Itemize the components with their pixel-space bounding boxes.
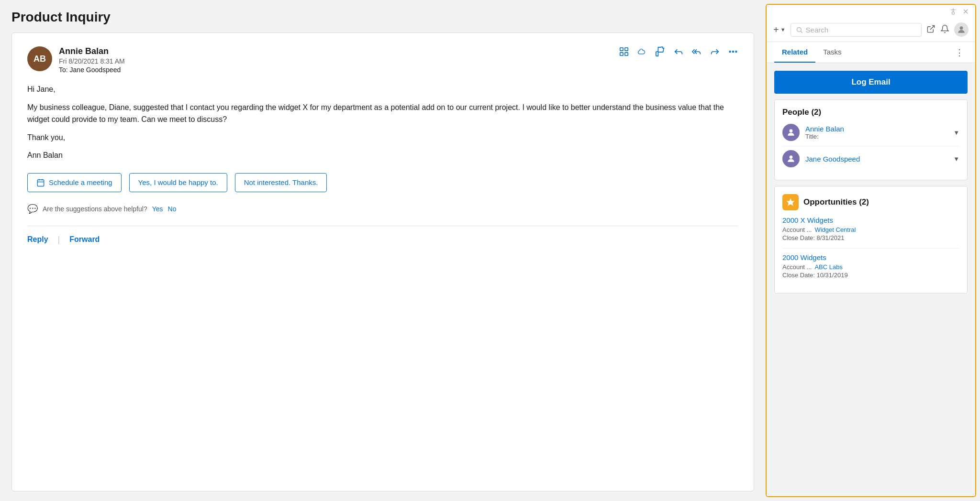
- tabs-more-icon[interactable]: ⋮: [951, 44, 968, 62]
- right-content: Log Email People (2) Annie Balan Title:: [767, 63, 975, 496]
- reply-icon[interactable]: [673, 46, 684, 57]
- people-section-title: People (2): [782, 108, 959, 117]
- svg-point-20: [790, 129, 793, 132]
- schedule-meeting-button[interactable]: Schedule a meeting: [27, 173, 122, 192]
- opp1-close-date: Close Date: 8/31/2021: [782, 234, 959, 241]
- person-icon: [786, 154, 796, 163]
- more-icon[interactable]: [728, 46, 738, 57]
- jane-expand-icon[interactable]: ▼: [953, 155, 959, 163]
- opp2-name-link[interactable]: 2000 Widgets: [782, 253, 959, 261]
- schedule-meeting-label: Schedule a meeting: [49, 178, 112, 186]
- opp1-account-link[interactable]: Widget Central: [814, 226, 856, 233]
- speech-bubble-icon: 💬: [27, 204, 38, 214]
- tabs-row: Related Tasks ⋮: [767, 42, 975, 63]
- opportunities-title: Opportunities (2): [803, 197, 869, 207]
- svg-rect-3: [625, 53, 628, 55]
- send-to: To: Jane Goodspeed: [59, 66, 619, 74]
- opportunities-icon: [782, 194, 799, 210]
- to-name: Jane Goodspeed: [70, 66, 121, 74]
- footer-divider: |: [58, 235, 60, 245]
- opp1-account-label: Account ...: [782, 226, 812, 233]
- email-header: AB Annie Balan Fri 8/20/2021 8:31 AM To:…: [27, 46, 738, 74]
- annie-expand-icon[interactable]: ▼: [953, 129, 959, 136]
- helpful-no-link[interactable]: No: [168, 205, 177, 213]
- opp1-account: Account ... Widget Central: [782, 226, 959, 233]
- external-link-button[interactable]: [926, 24, 935, 35]
- email-body: Hi Jane, My business colleague, Diane, s…: [27, 83, 738, 162]
- helpful-yes-link[interactable]: Yes: [152, 205, 163, 213]
- svg-point-6: [735, 51, 737, 53]
- opp1-close-label: Close Date:: [782, 234, 815, 241]
- to-label: To:: [59, 66, 68, 74]
- svg-rect-0: [620, 48, 623, 51]
- close-icon: [962, 8, 969, 15]
- not-interested-label: Not interested. Thanks.: [244, 178, 318, 186]
- pin-window-button[interactable]: [949, 8, 957, 17]
- svg-point-5: [733, 51, 734, 53]
- external-link-icon: [926, 24, 935, 33]
- jane-name-link[interactable]: Jane Goodspeed: [805, 155, 947, 163]
- close-window-button[interactable]: [962, 8, 969, 17]
- opportunity-item: 2000 X Widgets Account ... Widget Centra…: [782, 216, 959, 241]
- left-panel: Product Inquiry AB Annie Balan Fri 8/20/…: [0, 0, 766, 501]
- search-icon: [796, 26, 803, 33]
- svg-point-16: [797, 27, 801, 32]
- reply-button[interactable]: Reply: [27, 235, 58, 244]
- bell-button[interactable]: [940, 24, 949, 35]
- svg-point-4: [729, 51, 731, 53]
- bell-icon: [940, 24, 949, 33]
- person-icon: [786, 128, 796, 137]
- jane-avatar: [782, 150, 800, 167]
- svg-rect-7: [37, 180, 44, 186]
- body-text: My business colleague, Diane, suggested …: [27, 101, 738, 126]
- search-placeholder: Search: [806, 26, 829, 34]
- greeting: Hi Jane,: [27, 83, 738, 96]
- search-bar[interactable]: Search: [791, 23, 922, 37]
- opportunities-section: Opportunities (2) 2000 X Widgets Account…: [774, 186, 968, 294]
- person-divider: [782, 146, 959, 146]
- opp2-account: Account ... ABC Labs: [782, 263, 959, 271]
- opp2-close-value: 10/31/2019: [817, 272, 848, 279]
- tab-related[interactable]: Related: [774, 42, 815, 63]
- opp2-account-link[interactable]: ABC Labs: [814, 263, 843, 271]
- user-icon: [957, 25, 966, 34]
- svg-rect-1: [625, 48, 628, 51]
- tab-tasks[interactable]: Tasks: [815, 42, 849, 63]
- svg-marker-22: [787, 198, 795, 206]
- helpful-text: Are the suggestions above helpful?: [43, 205, 147, 213]
- happy-to-button[interactable]: Yes, I would be happy to.: [129, 173, 227, 192]
- svg-line-18: [930, 25, 935, 30]
- annie-name-link[interactable]: Annie Balan: [805, 125, 947, 133]
- svg-rect-2: [620, 53, 623, 55]
- send-date: Fri 8/20/2021 8:31 AM: [59, 57, 619, 65]
- opp1-name-link[interactable]: 2000 X Widgets: [782, 216, 959, 224]
- svg-line-17: [801, 31, 802, 33]
- opportunities-header: Opportunities (2): [782, 194, 959, 210]
- forward-icon[interactable]: [710, 46, 720, 57]
- helpful-row: 💬 Are the suggestions above helpful? Yes…: [27, 204, 738, 214]
- right-panel: + ▼ Search Related: [766, 4, 976, 497]
- salesforce-icon[interactable]: [637, 46, 647, 57]
- sender-info: Annie Balan Fri 8/20/2021 8:31 AM To: Ja…: [59, 46, 619, 74]
- svg-point-19: [960, 26, 963, 30]
- log-email-button[interactable]: Log Email: [774, 71, 968, 94]
- add-caret: ▼: [780, 27, 786, 33]
- annie-avatar: [782, 124, 800, 141]
- not-interested-button[interactable]: Not interested. Thanks.: [235, 173, 327, 192]
- right-panel-header: + ▼ Search: [767, 18, 975, 42]
- add-new-button[interactable]: + ▼: [773, 24, 786, 35]
- opp2-close-date: Close Date: 10/31/2019: [782, 272, 959, 279]
- thumbs-up-icon[interactable]: [655, 46, 666, 57]
- pin-icon: [949, 8, 957, 15]
- happy-to-label: Yes, I would be happy to.: [138, 178, 218, 186]
- opp2-close-label: Close Date:: [782, 272, 815, 279]
- user-avatar-button[interactable]: [954, 22, 969, 37]
- reply-all-icon[interactable]: [691, 46, 702, 57]
- person-item: Annie Balan Title: ▼: [782, 124, 959, 141]
- opportunity-item: 2000 Widgets Account ... ABC Labs Close …: [782, 253, 959, 279]
- forward-button[interactable]: Forward: [69, 235, 109, 244]
- sign-off: Thank you,: [27, 131, 738, 144]
- grid-icon[interactable]: [619, 46, 629, 57]
- annie-info: Annie Balan Title:: [805, 125, 947, 140]
- page-title: Product Inquiry: [11, 10, 754, 25]
